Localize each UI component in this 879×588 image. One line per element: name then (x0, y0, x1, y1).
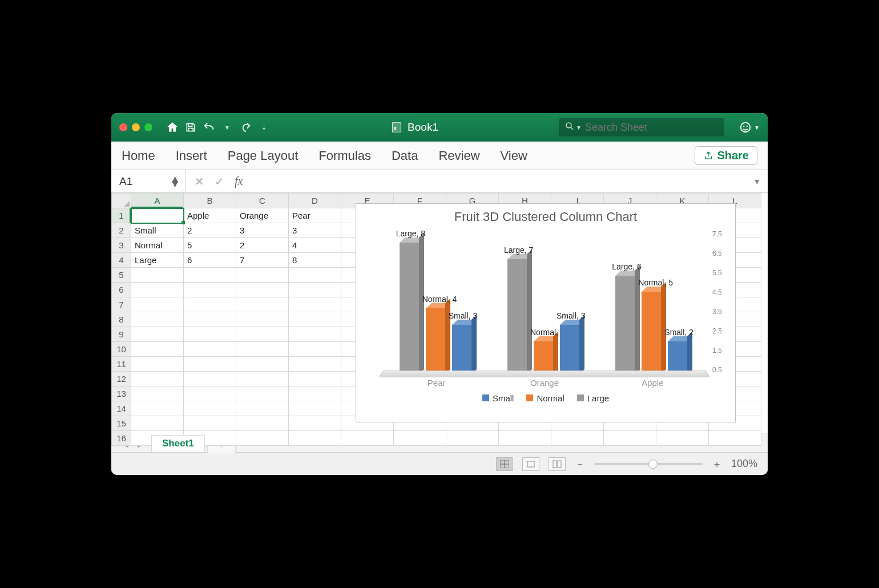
row-header-14[interactable]: 14 (112, 401, 131, 416)
cell-C10[interactable] (236, 342, 289, 357)
cell-D14[interactable] (289, 401, 341, 416)
expand-formula-bar-icon[interactable]: ▼ (746, 177, 768, 186)
cell-C6[interactable] (236, 283, 289, 297)
row-header-9[interactable]: 9 (112, 327, 131, 342)
row-header-1[interactable]: 1 (112, 208, 131, 223)
cell-B4[interactable]: 6 (184, 253, 236, 268)
cell-C11[interactable] (236, 357, 289, 372)
row-header-10[interactable]: 10 (112, 342, 131, 357)
cell-C5[interactable] (236, 268, 289, 283)
cell-A9[interactable] (131, 327, 184, 342)
name-box-stepper[interactable]: ▲▼ (170, 177, 180, 186)
tab-data[interactable]: Data (392, 148, 418, 163)
cell-D4[interactable]: 8 (289, 253, 341, 268)
cell-C1[interactable]: Orange (236, 208, 289, 223)
cell-F16[interactable] (394, 431, 446, 446)
tab-view[interactable]: View (501, 148, 527, 163)
cancel-formula-icon[interactable]: ✕ (195, 175, 204, 188)
column-header-B[interactable]: B (184, 194, 236, 208)
cell-C7[interactable] (236, 297, 289, 312)
search-dropdown-icon[interactable]: ▼ (576, 124, 582, 131)
home-icon[interactable] (166, 121, 179, 134)
bar-Orange-Large[interactable]: Large, 7 (507, 259, 527, 374)
row-header-11[interactable]: 11 (112, 357, 131, 372)
cell-D8[interactable] (289, 312, 341, 327)
cell-A11[interactable] (131, 357, 184, 372)
cell-A7[interactable] (131, 297, 184, 312)
row-header-5[interactable]: 5 (112, 268, 131, 283)
cell-B13[interactable] (184, 386, 236, 401)
close-window-button[interactable] (119, 123, 127, 131)
enter-formula-icon[interactable]: ✓ (215, 175, 224, 188)
zoom-slider[interactable] (594, 463, 703, 465)
cell-C12[interactable] (236, 372, 289, 386)
cell-C9[interactable] (236, 327, 289, 342)
cell-D3[interactable]: 4 (289, 238, 341, 253)
bar-Pear-Large[interactable]: Large, 8 (400, 243, 419, 374)
cell-C4[interactable]: 7 (236, 253, 289, 268)
cell-A6[interactable] (131, 283, 184, 297)
cell-A4[interactable]: Large (131, 253, 184, 268)
cell-D11[interactable] (289, 357, 341, 372)
cell-A10[interactable] (131, 342, 184, 357)
row-header-13[interactable]: 13 (112, 386, 131, 401)
cell-D6[interactable] (289, 283, 341, 297)
cell-A2[interactable]: Small (131, 223, 184, 238)
cell-D2[interactable]: 3 (289, 223, 341, 238)
cell-D10[interactable] (289, 342, 341, 357)
cell-D9[interactable] (289, 327, 341, 342)
row-header-6[interactable]: 6 (112, 283, 131, 297)
fullscreen-window-button[interactable] (144, 123, 152, 131)
cell-D16[interactable] (289, 431, 341, 446)
cell-A15[interactable] (131, 416, 184, 431)
cell-B10[interactable] (184, 342, 236, 357)
cell-C15[interactable] (236, 416, 289, 431)
cell-A1[interactable] (131, 208, 184, 223)
bar-Pear-Small[interactable]: Small, 3 (452, 325, 471, 374)
tab-formulas[interactable]: Formulas (318, 148, 371, 163)
view-normal-button[interactable] (496, 457, 513, 471)
row-header-16[interactable]: 16 (112, 431, 131, 446)
name-box[interactable]: A1 ▲▼ (111, 170, 186, 192)
row-header-8[interactable]: 8 (112, 312, 131, 327)
cell-B14[interactable] (184, 401, 236, 416)
bar-Orange-Small[interactable]: Small, 3 (560, 325, 579, 374)
cell-B7[interactable] (184, 297, 236, 312)
minimize-window-button[interactable] (132, 123, 140, 131)
cell-B6[interactable] (184, 283, 236, 297)
qat-customize-icon[interactable]: ⇣ (257, 121, 270, 134)
cell-B15[interactable] (184, 416, 236, 431)
cell-A3[interactable]: Normal (131, 238, 184, 253)
tab-insert[interactable]: Insert (176, 148, 207, 163)
view-page-layout-button[interactable] (522, 457, 539, 471)
row-header-12[interactable]: 12 (112, 372, 131, 386)
cell-K16[interactable] (656, 431, 709, 446)
cell-B1[interactable]: Apple (184, 208, 236, 223)
bar-Apple-Normal[interactable]: Normal, 5 (642, 292, 661, 374)
cell-J16[interactable] (604, 431, 656, 446)
cell-C13[interactable] (236, 386, 289, 401)
cell-C14[interactable] (236, 401, 289, 416)
cell-B8[interactable] (184, 312, 236, 327)
undo-icon[interactable] (203, 121, 215, 134)
cell-A5[interactable] (131, 268, 184, 283)
cell-D15[interactable] (289, 416, 341, 431)
cell-D7[interactable] (289, 297, 341, 312)
bar-Apple-Large[interactable]: Large, 6 (615, 276, 635, 374)
cell-D1[interactable]: Pear (289, 208, 341, 223)
cell-C16[interactable] (236, 431, 289, 446)
row-header-3[interactable]: 3 (112, 238, 131, 253)
cell-D13[interactable] (289, 386, 341, 401)
embedded-chart[interactable]: Fruit 3D Clustered Column Chart 7.56.55.… (356, 203, 736, 422)
cell-C2[interactable]: 3 (236, 223, 289, 238)
feedback-button[interactable]: ▼ (739, 121, 760, 134)
bar-Apple-Small[interactable]: Small, 2 (668, 341, 687, 374)
select-all-cell[interactable] (112, 194, 131, 208)
column-header-A[interactable]: A (131, 194, 184, 208)
zoom-in-button[interactable]: ＋ (712, 457, 722, 471)
row-header-15[interactable]: 15 (112, 416, 131, 431)
cell-B3[interactable]: 5 (184, 238, 236, 253)
sheet-tab-sheet1[interactable]: Sheet1 (151, 435, 205, 452)
search-input[interactable] (585, 122, 719, 134)
column-header-C[interactable]: C (236, 194, 289, 208)
